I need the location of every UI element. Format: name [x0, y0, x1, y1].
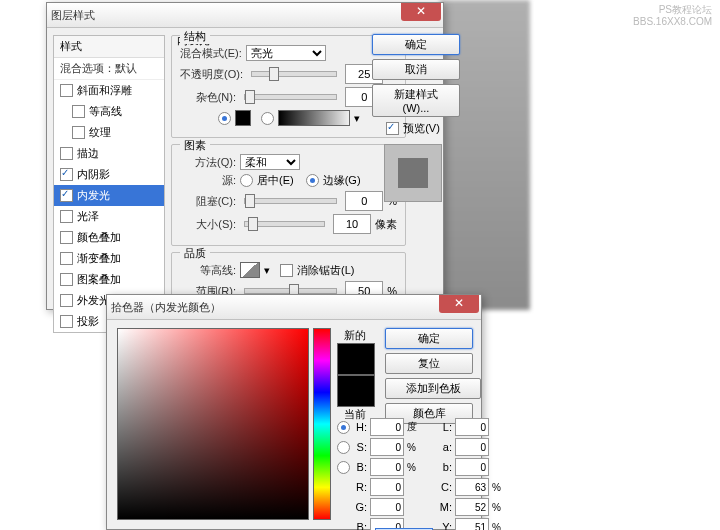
chevron-down-icon[interactable]: ▾	[354, 112, 360, 125]
style-item[interactable]: 图案叠加	[54, 269, 164, 290]
style-label: 光泽	[77, 209, 99, 224]
cancel-button[interactable]: 复位	[385, 353, 473, 374]
noise-slider[interactable]	[244, 94, 337, 100]
style-label: 等高线	[89, 104, 122, 119]
style-label: 图案叠加	[77, 272, 121, 287]
style-checkbox[interactable]	[72, 126, 85, 139]
color-value-input[interactable]	[370, 438, 404, 456]
style-checkbox[interactable]	[72, 105, 85, 118]
channel-radio[interactable]	[337, 421, 350, 434]
style-checkbox[interactable]	[60, 168, 73, 181]
style-item[interactable]: 内阴影	[54, 164, 164, 185]
style-checkbox[interactable]	[60, 147, 73, 160]
color-value-input[interactable]	[370, 418, 404, 436]
group-elements: 图素 方法(Q): 柔和 源: 居中(E) 边缘(G) 阻塞(C): % 大小(…	[171, 144, 406, 246]
color-value-input[interactable]	[455, 418, 489, 436]
source-center-radio[interactable]	[240, 174, 253, 187]
group-structure: 结构 混合模式(E): 亮光 不透明度(O): % 杂色(N): % ▾	[171, 35, 406, 138]
antialias-checkbox[interactable]	[280, 264, 293, 277]
color-value-input[interactable]	[370, 498, 404, 516]
color-field[interactable]	[117, 328, 309, 520]
color-picker-dialog: 拾色器（内发光颜色） ✕ 新的 当前 确定 复位 添加到色板 颜色库 H:度L:…	[106, 294, 482, 530]
hue-slider[interactable]	[313, 328, 331, 520]
technique-select[interactable]: 柔和	[240, 154, 300, 170]
style-item[interactable]: 光泽	[54, 206, 164, 227]
style-checkbox[interactable]	[60, 273, 73, 286]
preview-checkbox[interactable]	[386, 122, 399, 135]
new-style-button[interactable]: 新建样式(W)...	[372, 84, 460, 117]
chevron-down-icon[interactable]: ▾	[264, 264, 270, 277]
watermark: PS教程论坛 BBS.16XX8.COM	[633, 4, 712, 28]
style-item[interactable]: 描边	[54, 143, 164, 164]
style-label: 渐变叠加	[77, 251, 121, 266]
new-current-swatches: 新的 当前	[337, 328, 373, 422]
color-value-input[interactable]	[455, 498, 489, 516]
new-color-swatch[interactable]	[337, 343, 375, 375]
style-label: 投影	[77, 314, 99, 329]
color-value-input[interactable]	[455, 478, 489, 496]
style-checkbox[interactable]	[60, 231, 73, 244]
dialog-title: 拾色器（内发光颜色）	[111, 300, 221, 315]
choke-slider[interactable]	[244, 198, 337, 204]
preview-box	[384, 144, 442, 202]
style-item[interactable]: 纹理	[54, 122, 164, 143]
titlebar[interactable]: 拾色器（内发光颜色） ✕	[107, 295, 481, 320]
style-label: 描边	[77, 146, 99, 161]
style-item[interactable]: 渐变叠加	[54, 248, 164, 269]
style-item[interactable]: 内发光	[54, 185, 164, 206]
style-item[interactable]: 斜面和浮雕	[54, 80, 164, 101]
source-edge-radio[interactable]	[306, 174, 319, 187]
ok-button[interactable]: 确定	[372, 34, 460, 55]
close-icon[interactable]: ✕	[401, 3, 441, 21]
titlebar[interactable]: 图层样式 ✕	[47, 3, 443, 28]
style-item[interactable]: 等高线	[54, 101, 164, 122]
styles-list: 样式 混合选项：默认 斜面和浮雕等高线纹理描边内阴影内发光光泽颜色叠加渐变叠加图…	[53, 35, 165, 333]
style-label: 纹理	[89, 125, 111, 140]
add-swatch-button[interactable]: 添加到色板	[385, 378, 481, 399]
style-item[interactable]: 颜色叠加	[54, 227, 164, 248]
style-checkbox[interactable]	[60, 294, 73, 307]
style-label: 斜面和浮雕	[77, 83, 132, 98]
size-slider[interactable]	[244, 221, 325, 227]
blend-mode-select[interactable]: 亮光	[246, 45, 326, 61]
color-value-input[interactable]	[455, 438, 489, 456]
size-input[interactable]	[333, 214, 371, 234]
ok-button[interactable]: 确定	[385, 328, 473, 349]
gradient-preview[interactable]	[278, 110, 350, 126]
style-checkbox[interactable]	[60, 84, 73, 97]
styles-header[interactable]: 样式	[54, 36, 164, 58]
gradient-radio[interactable]	[261, 112, 274, 125]
close-icon[interactable]: ✕	[439, 295, 479, 313]
style-label: 内阴影	[77, 167, 110, 182]
color-value-input[interactable]	[455, 518, 489, 530]
style-checkbox[interactable]	[60, 252, 73, 265]
channel-radio[interactable]	[337, 461, 350, 474]
dialog-title: 图层样式	[51, 8, 95, 23]
opacity-slider[interactable]	[251, 71, 337, 77]
color-value-input[interactable]	[370, 478, 404, 496]
channel-radio[interactable]	[337, 441, 350, 454]
style-checkbox[interactable]	[60, 210, 73, 223]
color-swatch[interactable]	[235, 110, 251, 126]
color-value-input[interactable]	[370, 458, 404, 476]
style-checkbox[interactable]	[60, 315, 73, 328]
color-value-input[interactable]	[455, 458, 489, 476]
current-color-swatch[interactable]	[337, 375, 375, 407]
style-label: 内发光	[77, 188, 110, 203]
style-label: 颜色叠加	[77, 230, 121, 245]
contour-picker[interactable]	[240, 262, 260, 278]
blend-options-default[interactable]: 混合选项：默认	[54, 58, 164, 80]
style-checkbox[interactable]	[60, 189, 73, 202]
color-radio[interactable]	[218, 112, 231, 125]
cancel-button[interactable]: 取消	[372, 59, 460, 80]
